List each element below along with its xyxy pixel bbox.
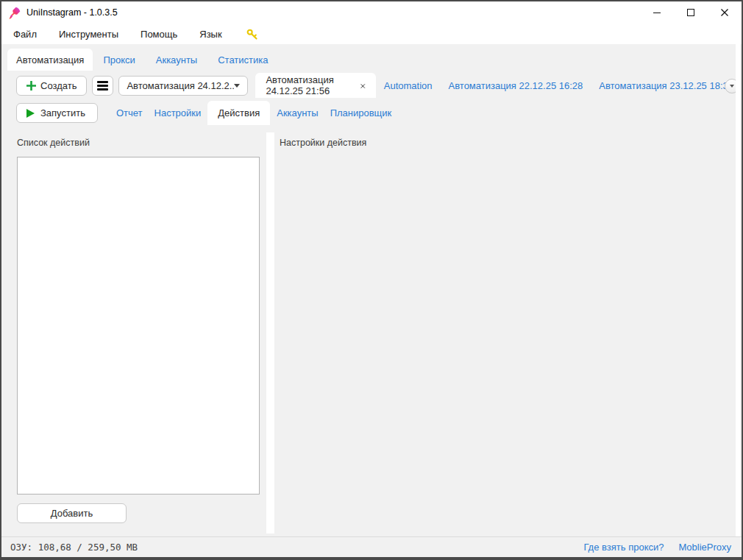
subtab-actions[interactable]: Действия	[207, 101, 270, 125]
menu-tools[interactable]: Инструменты	[59, 29, 118, 40]
tab-proxy[interactable]: Прокси	[103, 54, 135, 65]
right-scroll-strip	[736, 44, 740, 536]
close-icon	[720, 8, 729, 17]
preset-dropdown-value: Автоматизация 24.12.2...	[127, 80, 234, 91]
status-bar: ОЗУ: 108,68 / 259,50 MB Где взять прокси…	[1, 536, 742, 557]
window-bottom-border	[1, 557, 742, 560]
chevron-down-icon	[234, 84, 240, 88]
session-link-automation[interactable]: Automation	[384, 80, 433, 91]
window-controls	[640, 1, 742, 24]
main-tab-bar: Автоматизация Прокси Аккаунты Статистика	[1, 44, 742, 71]
subtab-scheduler[interactable]: Планировщик	[330, 107, 392, 118]
session-tab-active[interactable]: Автоматизация 24.12.25 21:56	[255, 73, 375, 98]
status-links: Где взять прокси? MoblieProxy	[569, 542, 731, 553]
chevron-down-icon	[730, 85, 734, 88]
session-link-23-12-25[interactable]: Автоматизация 23.12.25 18:32	[599, 80, 733, 91]
action-settings-title: Настройки действия	[280, 138, 366, 148]
tab-accounts[interactable]: Аккаунты	[156, 54, 197, 65]
app-logo-rocket-icon	[8, 7, 21, 19]
menu-bar: Файл Инструменты Помощь Язык	[1, 24, 742, 44]
plus-icon	[26, 81, 36, 91]
run-button[interactable]: Запустить	[16, 103, 98, 123]
add-action-button[interactable]: Добавить	[17, 503, 127, 523]
subtab-accounts[interactable]: Аккаунты	[277, 107, 318, 118]
moblieproxy-link[interactable]: MoblieProxy	[678, 542, 731, 553]
minimize-icon	[653, 13, 661, 13]
license-key-icon[interactable]	[246, 28, 258, 40]
run-toolbar: Запустить Отчет Настройки Действия Аккау…	[1, 101, 742, 125]
run-button-label: Запустить	[40, 107, 85, 118]
session-toolbar: Создать Автоматизация 24.12.2... Автомат…	[1, 73, 742, 98]
content-area: Список действий Добавить Настройки дейст…	[1, 125, 742, 536]
proxy-help-link[interactable]: Где взять прокси?	[583, 542, 664, 553]
subtab-settings[interactable]: Настройки	[154, 107, 202, 118]
menu-language[interactable]: Язык	[199, 29, 221, 40]
subtab-report[interactable]: Отчет	[116, 107, 143, 118]
panel-splitter[interactable]	[266, 132, 274, 534]
maximize-icon	[687, 9, 694, 16]
session-link-22-12-25[interactable]: Автоматизация 22.12.25 16:28	[449, 80, 583, 91]
automation-list-button[interactable]	[92, 76, 113, 96]
maximize-button[interactable]	[674, 1, 708, 24]
actions-list-title: Список действий	[17, 138, 90, 148]
menu-file[interactable]: Файл	[13, 29, 37, 40]
session-tab-label: Автоматизация 24.12.25 21:56	[266, 74, 354, 96]
tab-statistics[interactable]: Статистика	[218, 54, 268, 65]
create-button[interactable]: Создать	[16, 76, 87, 96]
close-button[interactable]	[708, 1, 742, 24]
window-title: UniInstagram - 1.0.3.5	[26, 7, 118, 18]
play-icon	[26, 109, 35, 118]
create-button-label: Создать	[40, 80, 77, 91]
title-bar: UniInstagram - 1.0.3.5	[1, 1, 742, 24]
actions-listbox[interactable]	[17, 157, 260, 495]
close-tab-icon[interactable]	[360, 82, 366, 90]
tab-automation[interactable]: Автоматизация	[7, 49, 93, 71]
preset-dropdown[interactable]: Автоматизация 24.12.2...	[118, 76, 248, 96]
hamburger-icon	[97, 79, 108, 92]
ram-usage-text: ОЗУ: 108,68 / 259,50 MB	[10, 542, 138, 553]
app-window: UniInstagram - 1.0.3.5 Файл Инструменты …	[0, 0, 743, 560]
minimize-button[interactable]	[640, 1, 674, 24]
menu-help[interactable]: Помощь	[141, 29, 177, 40]
